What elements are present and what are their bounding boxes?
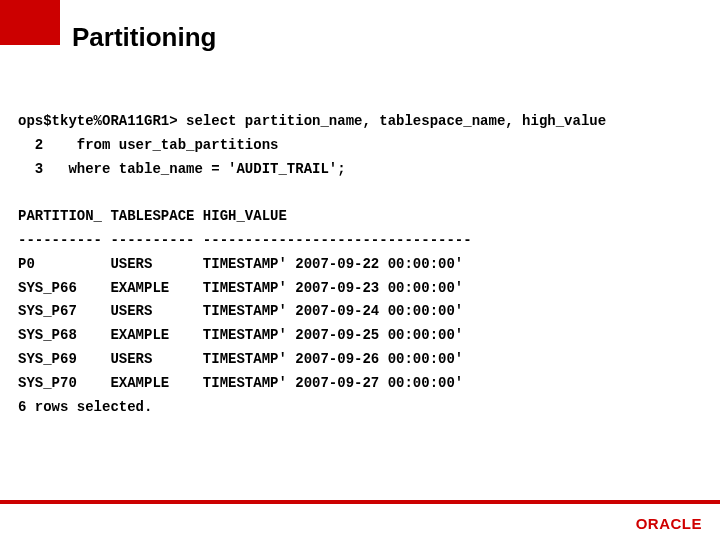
sql-line-3: 3 where table_name = 'AUDIT_TRAIL'; bbox=[18, 161, 346, 177]
sql-prompt-line: ops$tkyte%ORA11GR1> select partition_nam… bbox=[18, 113, 606, 129]
footer-bar bbox=[0, 500, 720, 504]
result-row: SYS_P66 EXAMPLE TIMESTAMP' 2007-09-23 00… bbox=[18, 280, 463, 296]
sql-output: ops$tkyte%ORA11GR1> select partition_nam… bbox=[18, 110, 702, 419]
slide-title: Partitioning bbox=[72, 22, 216, 53]
oracle-logo: ORACLE bbox=[636, 515, 702, 532]
result-row: SYS_P67 USERS TIMESTAMP' 2007-09-24 00:0… bbox=[18, 303, 463, 319]
result-row: SYS_P69 USERS TIMESTAMP' 2007-09-26 00:0… bbox=[18, 351, 463, 367]
result-row: P0 USERS TIMESTAMP' 2007-09-22 00:00:00' bbox=[18, 256, 463, 272]
result-header: PARTITION_ TABLESPACE HIGH_VALUE bbox=[18, 208, 287, 224]
sql-line-2: 2 from user_tab_partitions bbox=[18, 137, 278, 153]
result-row: SYS_P70 EXAMPLE TIMESTAMP' 2007-09-27 00… bbox=[18, 375, 463, 391]
result-divider: ---------- ---------- ------------------… bbox=[18, 232, 472, 248]
result-row: SYS_P68 EXAMPLE TIMESTAMP' 2007-09-25 00… bbox=[18, 327, 463, 343]
rows-selected: 6 rows selected. bbox=[18, 399, 152, 415]
brand-block bbox=[0, 0, 60, 45]
